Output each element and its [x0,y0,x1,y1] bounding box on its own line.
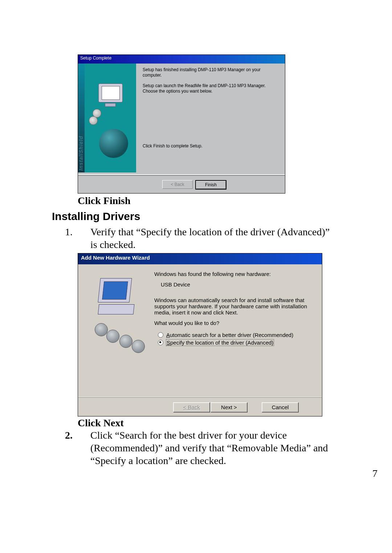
finish-button[interactable]: Finish [195,180,226,190]
step-1-number: 1. [52,225,90,251]
step-2-text: Click “Search for the best driver for yo… [90,429,339,467]
wizard-button-bar: < Back Next > Cancel [78,397,322,416]
step-1-text: Verify that “Specify the location of the… [90,225,339,251]
setup-click-finish-line: Click Finish to complete Setup. [143,143,281,149]
wizard-image-panel [85,272,146,352]
setup-para-1: Setup has finished installing DMP-110 MP… [143,67,281,78]
setup-text: Setup has finished installing DMP-110 MP… [143,67,281,99]
setup-button-bar: < Back Finish [78,174,285,193]
installshield-bar [78,64,85,172]
radio-specify-location[interactable]: Specify the location of the driver (Adva… [158,339,314,346]
radio-automatic-label: Automatic search for a better driver (Re… [166,332,293,338]
heading-installing-drivers: Installing Drivers [52,210,339,223]
back-button: < Back [173,402,210,412]
callout-click-next: Click Next [78,417,339,429]
step-1: 1. Verify that “Specify the location of … [52,225,339,251]
wizard-titlebar: Add New Hardware Wizard [78,253,322,264]
setup-titlebar: Setup Complete [78,55,285,64]
cancel-button[interactable]: Cancel [262,402,299,412]
step-2-number: 2. [52,429,90,467]
wizard-what-line: What would you like to do? [154,320,314,326]
setup-image-panel [85,64,136,172]
wizard-found-line: Windows has found the following new hard… [154,271,314,277]
radio-checked-icon [158,340,163,345]
page-number: 7 [372,468,377,479]
next-button[interactable]: Next > [211,402,248,412]
callout-click-finish: Click Finish [78,195,339,207]
back-button: < Back [162,180,193,189]
setup-complete-window: Setup Complete Setup has finished instal… [78,54,285,194]
step-2: 2. Click “Search for the best driver for… [52,429,339,467]
wizard-auto-para: Windows can automatically search for and… [154,297,314,316]
hardware-wizard-window: Add New Hardware Wizard Windows has foun… [78,253,322,416]
radio-automatic-search[interactable]: Automatic search for a better driver (Re… [158,332,314,338]
setup-para-2: Setup can launch the ReadMe file and DMP… [143,83,281,94]
radio-specify-label: Specify the location of the driver (Adva… [166,339,274,346]
wizard-device: USB Device [161,281,314,288]
radio-unchecked-icon [158,332,163,338]
